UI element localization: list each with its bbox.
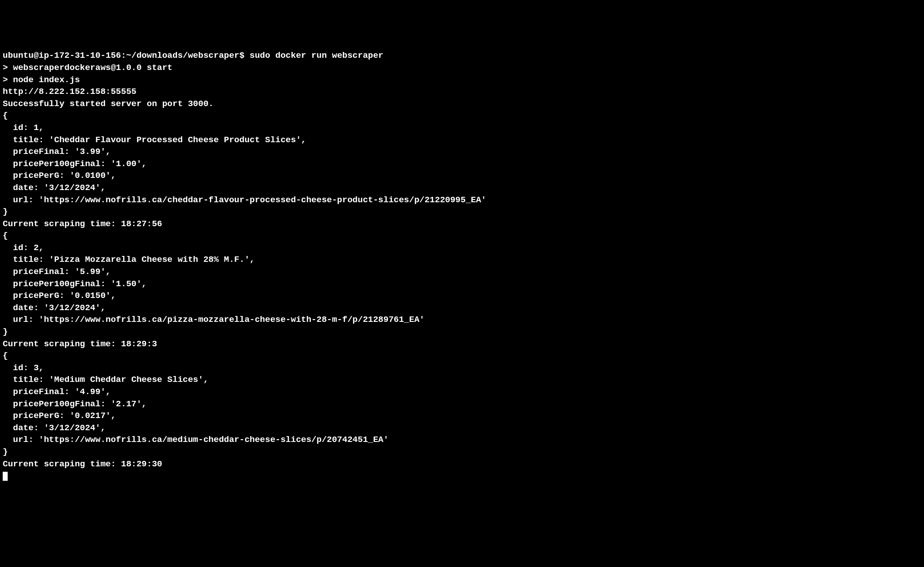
object-field-id: id: 1, — [3, 122, 921, 134]
object-field-id: id: 2, — [3, 242, 921, 254]
server-start-line: Successfully started server on port 3000… — [3, 98, 921, 110]
object-field-price-per-g: pricePerG: '0.0100', — [3, 170, 921, 182]
terminal-window[interactable]: ubuntu@ip-172-31-10-156:~/downloads/webs… — [3, 50, 921, 482]
object-field-date: date: '3/12/2024', — [3, 182, 921, 194]
scraping-time-line: Current scraping time: 18:29:3 — [3, 338, 921, 350]
object-open: { — [3, 230, 921, 242]
object-field-price-per-g: pricePerG: '0.0150', — [3, 290, 921, 302]
object-field-url: url: 'https://www.nofrills.ca/pizza-mozz… — [3, 314, 921, 326]
scraping-time-line: Current scraping time: 18:27:56 — [3, 218, 921, 230]
object-field-price-final: priceFinal: '3.99', — [3, 146, 921, 158]
object-close: } — [3, 326, 921, 338]
object-open: { — [3, 110, 921, 122]
shell-prompt-line: ubuntu@ip-172-31-10-156:~/downloads/webs… — [3, 50, 921, 62]
proxy-url-line: http://8.222.152.158:55555 — [3, 86, 921, 98]
object-field-id: id: 3, — [3, 362, 921, 374]
object-field-price-per-100g: pricePer100gFinal: '1.00', — [3, 158, 921, 170]
object-field-date: date: '3/12/2024', — [3, 422, 921, 434]
object-field-title: title: 'Cheddar Flavour Processed Cheese… — [3, 134, 921, 146]
object-field-url: url: 'https://www.nofrills.ca/medium-che… — [3, 434, 921, 446]
object-field-price-final: priceFinal: '4.99', — [3, 386, 921, 398]
node-exec-line: > node index.js — [3, 74, 921, 86]
object-field-title: title: 'Pizza Mozzarella Cheese with 28%… — [3, 254, 921, 266]
shell-command: sudo docker run webscraper — [249, 51, 383, 60]
object-close: } — [3, 446, 921, 458]
object-field-price-per-100g: pricePer100gFinal: '1.50', — [3, 278, 921, 290]
shell-prompt: ubuntu@ip-172-31-10-156:~/downloads/webs… — [3, 51, 249, 60]
object-field-price-final: priceFinal: '5.99', — [3, 266, 921, 278]
object-close: } — [3, 206, 921, 218]
cursor-icon — [3, 472, 8, 481]
object-open: { — [3, 350, 921, 362]
object-field-date: date: '3/12/2024', — [3, 302, 921, 314]
scraping-time-line: Current scraping time: 18:29:30 — [3, 458, 921, 470]
npm-start-line: > webscraperdockeraws@1.0.0 start — [3, 62, 921, 74]
object-field-url: url: 'https://www.nofrills.ca/cheddar-fl… — [3, 194, 921, 206]
object-field-title: title: 'Medium Cheddar Cheese Slices', — [3, 374, 921, 386]
object-field-price-per-g: pricePerG: '0.0217', — [3, 410, 921, 422]
object-field-price-per-100g: pricePer100gFinal: '2.17', — [3, 398, 921, 410]
